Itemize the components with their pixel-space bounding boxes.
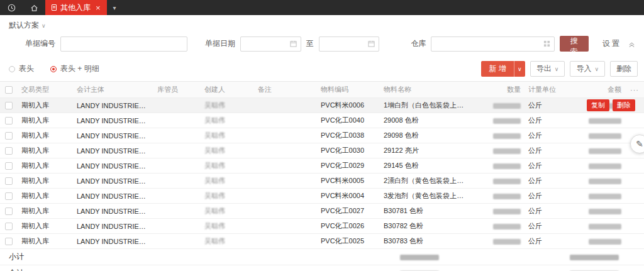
cell-quantity (474, 117, 525, 124)
table-row[interactable]: 期初入库 LANDY INDUSTRIES(R)LTD 吴聪伟 PVC化工004… (0, 113, 644, 128)
redacted-subtotal-amount (570, 255, 619, 260)
cell-quantity (474, 238, 525, 245)
bill-no-input[interactable] (65, 40, 183, 48)
assistant-float-button[interactable]: ✎ (630, 135, 644, 153)
view-option-header[interactable]: 表头 (9, 64, 34, 74)
col-remark[interactable]: 备注 (254, 85, 317, 94)
radio-selected-icon (50, 66, 57, 72)
table-row[interactable]: 期初入库 LANDY INDUSTRIES(R)LTD 吴聪伟 PVC料米000… (0, 174, 644, 189)
row-checkbox[interactable] (5, 207, 13, 215)
tab-other-inbound[interactable]: 其他入库 × (45, 0, 107, 15)
view-option-header-detail[interactable]: 表头 + 明细 (50, 64, 99, 74)
lookup-grid-icon[interactable] (543, 40, 550, 47)
row-actions: 复制 删除 (587, 99, 635, 111)
table-row[interactable]: 期初入库 LANDY INDUSTRIES(R)LTD 吴聪伟 PVC化工002… (0, 219, 644, 234)
filter-row: 单据编号 单据日期 至 仓库 搜 索 设 置 (0, 32, 644, 57)
tab-label: 其他入库 (60, 3, 91, 13)
date-to-input-wrap (319, 36, 380, 52)
cell-accounting-entity: LANDY INDUSTRIES(R)LTD (73, 132, 153, 140)
row-checkbox[interactable] (5, 223, 13, 230)
home-icon[interactable] (23, 0, 45, 15)
cell-material-name: B30781 色粉 (380, 206, 474, 216)
cell-unit: 公斤 (525, 131, 569, 140)
cell-unit: 公斤 (525, 206, 569, 216)
cell-accounting-entity: LANDY INDUSTRIES(R)LTD (73, 238, 153, 245)
table-row[interactable]: 期初入库 LANDY INDUSTRIES(R)LTD 吴聪伟 PVC料米000… (0, 189, 644, 204)
import-button[interactable]: 导入 ∨ (570, 61, 605, 77)
row-checkbox[interactable] (5, 162, 13, 170)
cell-material-code: PVC料米0005 (317, 176, 380, 185)
collapse-filters-icon[interactable] (628, 40, 638, 48)
cell-material-name: 2漂白剂（黄色包装袋上编号2） (380, 176, 474, 185)
cell-transaction-type: 期初入库 (18, 191, 73, 201)
col-quantity[interactable]: 数量 (474, 85, 525, 94)
cell-creator: 吴聪伟 (201, 176, 254, 185)
col-unit[interactable]: 计量单位 (525, 85, 569, 94)
col-transaction-type[interactable]: 交易类型 (18, 85, 73, 94)
select-all-checkbox[interactable] (5, 86, 13, 94)
history-icon[interactable] (0, 0, 23, 15)
col-warehouse-keeper[interactable]: 库管员 (153, 85, 201, 94)
row-checkbox[interactable] (5, 102, 13, 109)
search-button[interactable]: 搜 索 (560, 36, 589, 52)
delete-button[interactable]: 删除 (610, 61, 638, 77)
row-checkbox[interactable] (5, 147, 13, 155)
cell-material-code: PVC料米0004 (317, 191, 380, 201)
row-checkbox[interactable] (5, 192, 13, 200)
redacted-amount (589, 239, 621, 245)
cell-quantity (474, 223, 525, 230)
table-body: 期初入库 LANDY INDUSTRIES(R)LTD 吴聪伟 PVC料米000… (0, 98, 644, 249)
warehouse-input-wrap (431, 36, 554, 52)
row-copy-button[interactable]: 复制 (587, 99, 609, 111)
cell-material-name: B30782 色粉 (380, 221, 474, 231)
cell-material-code: PVC化工0030 (317, 146, 380, 155)
col-material-name[interactable]: 物料名称 (380, 85, 474, 94)
col-amount[interactable]: 金额 (569, 85, 625, 94)
topbar: 其他入库 × ▾ (0, 0, 644, 15)
cell-quantity (474, 147, 525, 155)
cell-quantity (474, 132, 525, 140)
chevron-down-icon: ∨ (42, 23, 46, 29)
warehouse-input[interactable] (435, 40, 543, 48)
delete-label: 删除 (616, 64, 631, 74)
table-row[interactable]: 期初入库 LANDY INDUSTRIES(R)LTD 吴聪伟 PVC化工002… (0, 158, 644, 174)
scheme-label: 默认方案 (9, 20, 39, 31)
cell-material-name: 29008 色粉 (380, 116, 474, 125)
table-row[interactable]: 期初入库 LANDY INDUSTRIES(R)LTD 吴聪伟 PVC化工003… (0, 143, 644, 158)
col-accounting-entity[interactable]: 会计主体 (73, 85, 153, 94)
col-material-code[interactable]: 物料编码 (317, 85, 380, 94)
add-button[interactable]: 新 增 (481, 61, 513, 77)
date-from-input[interactable] (245, 40, 290, 48)
scheme-row: 默认方案 ∨ (0, 15, 644, 32)
bill-no-input-wrap (60, 36, 187, 52)
add-split-button[interactable]: 新 增 ∨ (481, 61, 525, 77)
date-to-input[interactable] (323, 40, 369, 48)
add-caret-icon[interactable]: ∨ (514, 61, 525, 77)
export-button[interactable]: 导出 ∨ (530, 61, 565, 77)
table-row[interactable]: 期初入库 LANDY INDUSTRIES(R)LTD 吴聪伟 PVC料米000… (0, 98, 644, 113)
cell-amount (569, 162, 625, 170)
row-checkbox[interactable] (5, 132, 13, 140)
row-checkbox[interactable] (5, 238, 13, 245)
redacted-quantity (493, 163, 521, 169)
redacted-subtotal-quantity (400, 255, 439, 260)
col-creator[interactable]: 创建人 (201, 85, 254, 94)
row-delete-button[interactable]: 删除 (613, 99, 635, 111)
scheme-selector[interactable]: 默认方案 ∨ (9, 20, 46, 31)
cell-accounting-entity: LANDY INDUSTRIES(R)LTD (73, 162, 153, 170)
bill-no-label: 单据编号 (25, 38, 55, 49)
chevron-down-icon: ∨ (555, 66, 559, 72)
table-row[interactable]: 期初入库 LANDY INDUSTRIES(R)LTD 吴聪伟 PVC化工002… (0, 234, 644, 249)
table-row[interactable]: 期初入库 LANDY INDUSTRIES(R)LTD 吴聪伟 PVC化工002… (0, 204, 644, 219)
tab-list-caret-icon[interactable]: ▾ (107, 0, 123, 15)
cell-material-code: PVC化工0026 (317, 221, 380, 231)
row-checkbox[interactable] (5, 177, 13, 185)
cell-material-name: 1增白剂（白色包装袋上编号1） (380, 101, 474, 110)
cell-quantity (474, 162, 525, 170)
view-option-header-detail-label: 表头 + 明细 (60, 64, 99, 74)
settings-button[interactable]: 设 置 (602, 38, 619, 49)
tab-close-icon[interactable]: × (96, 4, 101, 12)
row-checkbox[interactable] (5, 117, 13, 124)
table-row[interactable]: 期初入库 LANDY INDUSTRIES(R)LTD 吴聪伟 PVC化工003… (0, 128, 644, 143)
more-columns-icon[interactable]: ··· (625, 86, 644, 94)
